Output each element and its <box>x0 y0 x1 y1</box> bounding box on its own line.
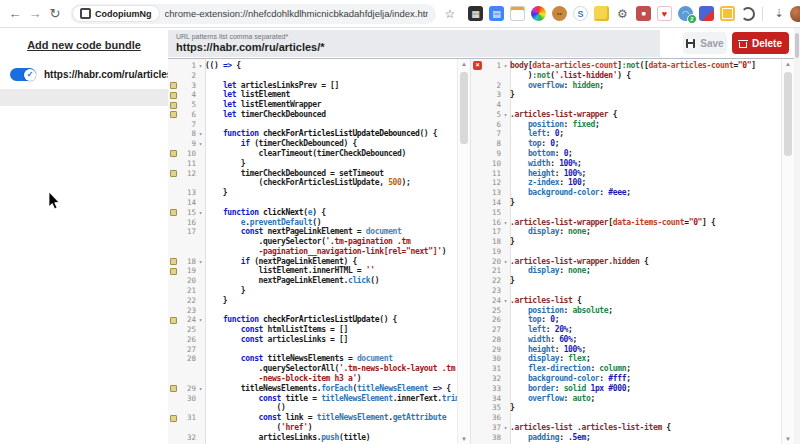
blue-app-extension-icon[interactable]: ▤ <box>489 6 504 21</box>
page-scrollbar[interactable] <box>794 28 800 444</box>
code-line[interactable]: ×1▾body[data-articles-count]:not([data-a… <box>471 61 781 71</box>
scrollbar-thumb[interactable] <box>460 72 468 144</box>
add-new-code-bundle-link[interactable]: Add new code bundle <box>0 39 168 51</box>
code-line[interactable]: 27 <box>168 345 457 355</box>
code-line[interactable]: 22} <box>471 276 781 286</box>
code-line[interactable]: 15 <box>471 208 781 218</box>
code-line[interactable]: 13 } <box>168 188 457 198</box>
color-wheel-extension-icon[interactable] <box>531 6 546 21</box>
scroll-up-icon[interactable]: ▲ <box>782 59 794 69</box>
fold-arrow-icon[interactable]: ▾ <box>501 61 510 71</box>
forward-icon[interactable]: → <box>26 5 44 23</box>
code-line[interactable]: 33 border: solid 1px #000; <box>471 384 781 394</box>
css-editor-content[interactable]: ×1▾body[data-articles-count]:not([data-a… <box>471 59 781 444</box>
code-line[interactable]: 32 articlesLinks.push(title) <box>168 433 457 443</box>
code-line[interactable]: 6 position: fixed; <box>471 120 781 130</box>
code-line[interactable]: 30 const title = titleNewsElement.innerT… <box>168 394 457 404</box>
code-line[interactable]: 31 flex-direction: column; <box>471 364 781 374</box>
code-line[interactable]: 21 } <box>168 286 457 296</box>
code-line[interactable]: 9▾ if (timerCheckDebounced) { <box>168 139 457 149</box>
cookie-extension-icon[interactable]: •• <box>552 6 567 21</box>
css-editor[interactable]: ×1▾body[data-articles-count]:not([data-a… <box>470 59 794 444</box>
code-line[interactable]: 23 <box>471 286 781 296</box>
paw-extension-icon[interactable] <box>699 6 714 21</box>
code-line[interactable]: 37▾.articles-list .articles-list-item { <box>471 423 781 433</box>
code-line[interactable]: -pagination__navigation-link[rel="next"]… <box>168 247 457 257</box>
code-line[interactable]: 7 <box>168 120 457 130</box>
code-line[interactable]: 9 bottom: 0; <box>471 149 781 159</box>
code-line[interactable]: 5 let listElementWrapper <box>168 100 457 110</box>
bundle-enabled-toggle[interactable]: ✓ <box>10 68 36 81</box>
scroll-up-icon[interactable]: ▲ <box>458 59 470 69</box>
code-line[interactable]: 1▾(() => { <box>168 61 457 71</box>
reload-icon[interactable]: ↻ <box>46 5 64 23</box>
code-line[interactable]: 3} <box>471 90 781 100</box>
code-line[interactable]: 26 const articlesLinks = [] <box>168 335 457 345</box>
red-shield-extension-icon[interactable]: ■ <box>636 6 651 21</box>
cloud-extension-icon[interactable]: ◠2 <box>678 6 693 21</box>
code-line[interactable]: 16 e.preventDefault() <box>168 218 457 228</box>
code-line[interactable]: 28 width: 60%; <box>471 335 781 345</box>
code-line[interactable]: 23 <box>168 306 457 316</box>
code-line[interactable]: () <box>168 403 457 413</box>
code-line[interactable]: 34 overflow: auto; <box>471 394 781 404</box>
code-line[interactable]: -news-block-item h3 a') <box>168 374 457 384</box>
code-line[interactable]: 19 <box>471 247 781 257</box>
address-bar[interactable]: CodopiumNg chrome-extension://nhefcdohlk… <box>70 4 436 24</box>
back-icon[interactable]: ← <box>6 5 24 23</box>
bookmark-star-icon[interactable]: ☆ <box>442 6 458 22</box>
page-scrollbar-thumb[interactable] <box>795 33 799 58</box>
code-line[interactable]: 30 display: flex; <box>471 354 781 364</box>
code-line[interactable]: 19 listElement.innerHTML = '' <box>168 266 457 276</box>
code-line[interactable]: 8 top: 0; <box>471 139 781 149</box>
delete-button[interactable]: Delete <box>732 32 789 54</box>
code-line[interactable]: 18} <box>471 237 781 247</box>
code-line[interactable]: 6 let timerCheckDebounced <box>168 110 457 120</box>
code-line[interactable]: (checkForArticlesListUpdate, 500); <box>168 178 457 188</box>
fold-arrow-icon[interactable]: ▾ <box>501 218 510 228</box>
code-line[interactable]: 17 const nextPageLinkElement = document <box>168 227 457 237</box>
code-line[interactable]: 35} <box>471 403 781 413</box>
sticky-note-extension-icon[interactable] <box>594 6 609 21</box>
code-line[interactable]: 31 const link = titleNewsElement.getAttr… <box>168 413 457 423</box>
code-line[interactable]: 2 <box>168 71 457 81</box>
scroll-down-icon[interactable]: ▼ <box>458 434 470 444</box>
fold-arrow-icon[interactable]: ▾ <box>501 296 510 306</box>
extension-chip[interactable]: CodopiumNg <box>73 6 159 21</box>
code-line[interactable]: 29 height: 100%; <box>471 345 781 355</box>
fold-arrow-icon[interactable]: ▾ <box>196 208 205 218</box>
code-line[interactable]: 17 display: none; <box>471 227 781 237</box>
code-line[interactable]: 21 display: none; <box>471 266 781 276</box>
scrollbar-thumb[interactable] <box>784 72 792 156</box>
fold-arrow-icon[interactable]: ▾ <box>501 423 510 433</box>
code-line[interactable]: 24▾ function checkForArticlesListUpdate(… <box>168 315 457 325</box>
profile-avatar[interactable] <box>790 6 800 22</box>
code-line[interactable]: 24▾.articles-list { <box>471 296 781 306</box>
code-line[interactable]: 10 clearTimeout(timerCheckDebounced) <box>168 149 457 159</box>
loop-extension-icon[interactable] <box>741 7 755 21</box>
code-line[interactable]: 13 background-color: #eee; <box>471 188 781 198</box>
calendar-extension-icon[interactable] <box>510 6 525 21</box>
code-line[interactable]: 22 } <box>168 296 457 306</box>
code-line[interactable]: 20▾.articles-list-wrapper.hidden { <box>471 257 781 267</box>
sidebar-item-bundle[interactable]: ✓ https://habr.com/ru/articles/* <box>0 63 168 86</box>
javascript-editor[interactable]: 1▾(() => {23 let articlesLinksPrev = []4… <box>168 59 470 444</box>
save-button[interactable]: Save <box>683 32 727 54</box>
fold-arrow-icon[interactable]: ▾ <box>196 129 205 139</box>
code-line[interactable]: 14 <box>168 198 457 208</box>
javascript-editor-scrollbar[interactable]: ▲ ▼ <box>457 59 470 444</box>
code-line[interactable]: 29▾ titleNewsElements.forEach(titleNewsE… <box>168 384 457 394</box>
code-line[interactable]: 14} <box>471 198 781 208</box>
swirl-extension-icon[interactable]: S <box>573 6 588 21</box>
code-line[interactable]: .querySelector('.tm-pagination .tm <box>168 237 457 247</box>
code-line[interactable]: 4 <box>471 100 781 110</box>
code-line[interactable]: 2 overflow: hidden; <box>471 81 781 91</box>
code-line[interactable]: 11 } <box>168 159 457 169</box>
pocket-heart-extension-icon[interactable]: ♥ <box>657 6 672 21</box>
code-line[interactable]: 7 left: 0; <box>471 129 781 139</box>
code-line[interactable]: 12 z-index: 100; <box>471 178 781 188</box>
code-line[interactable]: 18▾ if (nextPageLinkElement) { <box>168 257 457 267</box>
fold-arrow-icon[interactable]: ▾ <box>196 315 205 325</box>
code-line[interactable]: 26 top: 0; <box>471 315 781 325</box>
fold-arrow-icon[interactable]: ▾ <box>196 384 205 394</box>
